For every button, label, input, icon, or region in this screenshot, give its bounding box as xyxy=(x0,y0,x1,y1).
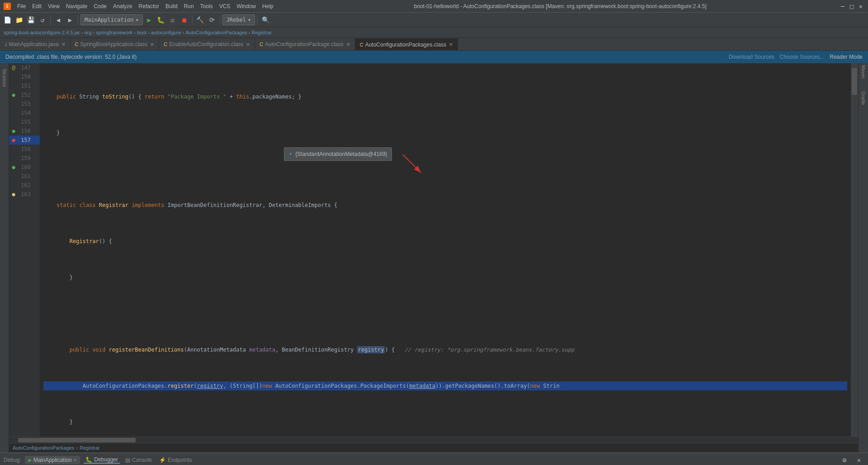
warning-icon-163: ● xyxy=(12,190,15,199)
code-line-153: Registrar() { xyxy=(43,237,847,246)
horiz-scroll-thumb[interactable] xyxy=(18,438,136,442)
gradle-tab[interactable]: Gradle xyxy=(861,91,866,105)
tab-close-icon[interactable]: ✕ xyxy=(449,42,453,47)
horizontal-scrollbar[interactable] xyxy=(9,437,858,442)
debug-tooltip[interactable]: {StandardAnnotationMetadata@4169} xyxy=(284,147,392,161)
minimize-button[interactable]: ─ xyxy=(839,3,846,10)
menu-code[interactable]: Code xyxy=(91,2,109,10)
tab-close-icon[interactable]: ✕ xyxy=(346,42,350,47)
search-everywhere-button[interactable]: 🔍 xyxy=(260,14,271,25)
code-line-147: public String toString() { return "Packa… xyxy=(43,92,847,101)
menu-bar: File Edit View Navigate Code Analyze Ref… xyxy=(14,2,276,10)
editor-breadcrumb: AutoConfigurationPackages › Registrar xyxy=(9,443,858,452)
lineno-151: 151 xyxy=(18,81,34,90)
run-button[interactable]: ▶ xyxy=(144,14,155,25)
editor-bc-1[interactable]: AutoConfigurationPackages xyxy=(13,445,74,451)
breadcrumb-part-1[interactable]: org xyxy=(84,30,91,35)
run-config-dropdown[interactable]: MainApplication ▾ xyxy=(80,14,143,25)
tab-enable-auto[interactable]: C EnableAutoConfiguration.class ✕ xyxy=(159,38,255,50)
code-line-152: static class Registrar implements Import… xyxy=(43,201,847,210)
menu-vcs[interactable]: VCS xyxy=(217,2,233,10)
menu-window[interactable]: Window xyxy=(234,2,259,10)
annotation-147: @ xyxy=(12,63,15,72)
tab-close-icon[interactable]: ✕ xyxy=(61,42,66,47)
choose-sources-link[interactable]: Choose Sources... xyxy=(780,54,825,60)
lineno-147: 147 xyxy=(18,63,34,72)
lineno-163: 163 xyxy=(18,190,34,199)
stop-button[interactable]: ■ xyxy=(179,14,190,25)
menu-tools[interactable]: Tools xyxy=(198,2,216,10)
lineno-152: 152 xyxy=(18,90,34,99)
debug-session-icon: ▶ xyxy=(28,457,32,463)
refresh-button[interactable]: ↺ xyxy=(37,14,48,25)
breadcrumb-part-0[interactable]: spring-boot-autoconfigure-2.4.5.jar xyxy=(4,30,80,35)
back-button[interactable]: ◀ xyxy=(53,14,64,25)
new-file-button[interactable]: 📄 xyxy=(2,14,13,25)
breadcrumb-part-3[interactable]: boot xyxy=(137,30,146,35)
download-sources-link[interactable]: Download Sources xyxy=(729,54,774,60)
settings-button[interactable]: ⚙ xyxy=(839,455,850,465)
editor-bc-2[interactable]: Registrar xyxy=(80,445,100,451)
maximize-button[interactable]: □ xyxy=(848,3,855,10)
menu-view[interactable]: View xyxy=(45,2,62,10)
menu-analyze[interactable]: Analyze xyxy=(110,2,135,10)
menu-navigate[interactable]: Navigate xyxy=(63,2,90,10)
window-controls: ─ □ ✕ xyxy=(839,3,864,10)
lineno-148: 150 xyxy=(18,72,34,81)
tab-close-icon[interactable]: ✕ xyxy=(246,42,250,47)
lineno-160: 160 xyxy=(18,163,34,172)
endpoints-tab[interactable]: ⚡ Endpoints xyxy=(157,457,193,463)
breadcrumb-part-6[interactable]: Registrar xyxy=(251,30,272,35)
build-button[interactable]: 🔨 xyxy=(195,14,206,25)
vertical-scrollbar[interactable] xyxy=(851,63,858,437)
menu-file[interactable]: File xyxy=(14,2,28,10)
menu-help[interactable]: Help xyxy=(259,2,276,10)
code-line-154: } xyxy=(43,273,847,282)
debug-session-close[interactable]: ✕ xyxy=(74,457,77,463)
endpoints-icon: ⚡ xyxy=(159,457,166,463)
code-editor[interactable]: public String toString() { return "Packa… xyxy=(40,63,851,437)
class-file-icon4: C xyxy=(360,42,363,47)
console-icon: ▤ xyxy=(125,457,130,463)
reader-mode-link[interactable]: Reader Mode xyxy=(830,54,863,60)
menu-refactor[interactable]: Refactor xyxy=(136,2,162,10)
menu-edit[interactable]: Edit xyxy=(29,2,44,10)
tab-spring-boot-app[interactable]: C SpringBootApplication.class ✕ xyxy=(71,38,160,50)
debug-session-item[interactable]: ▶ MainApplication ✕ xyxy=(25,456,80,464)
close-debug-button[interactable]: ✕ xyxy=(854,455,864,465)
menu-run[interactable]: Run xyxy=(181,2,197,10)
jrebel-dropdown[interactable]: JRebel ▾ xyxy=(222,14,255,25)
lineno-158: 158 xyxy=(18,145,34,154)
tab-close-icon[interactable]: ✕ xyxy=(150,42,154,47)
class-file-icon3: C xyxy=(259,42,263,47)
scrollbar-thumb[interactable] xyxy=(852,68,857,95)
debugger-tab[interactable]: 🐛 Debugger xyxy=(84,456,120,464)
debug-button[interactable]: 🐛 xyxy=(156,14,166,25)
breadcrumb-part-2[interactable]: springframework xyxy=(96,30,132,35)
tab-auto-config-package[interactable]: C AutoConfigurationPackage.class ✕ xyxy=(255,38,355,50)
maven-tab[interactable]: Maven xyxy=(861,65,866,79)
console-tab[interactable]: ▤ Console xyxy=(123,457,154,463)
menu-build[interactable]: Build xyxy=(163,2,180,10)
tab-main-application[interactable]: J MainApplication.java ✕ xyxy=(0,38,71,50)
breadcrumb-part-4[interactable]: autoconfigure xyxy=(151,30,181,35)
debug-session-tabs: Debug: ▶ MainApplication ✕ 🐛 Debugger ▤ … xyxy=(0,453,868,465)
app-icon: I xyxy=(4,3,11,10)
forward-button[interactable]: ▶ xyxy=(65,14,75,25)
jrebel-arrow-icon: ▾ xyxy=(248,17,251,23)
code-line-156: public void registerBeanDefinitions(Anno… xyxy=(43,345,847,354)
dropdown-arrow-icon: ▾ xyxy=(135,17,138,23)
bottom-panel: Debug: ▶ MainApplication ✕ 🐛 Debugger ▤ … xyxy=(0,452,868,465)
structure-tab[interactable]: Structure xyxy=(2,69,7,87)
tab-auto-config-packages[interactable]: C AutoConfigurationPackages.class ✕ xyxy=(355,38,458,50)
save-button[interactable]: 💾 xyxy=(25,14,36,25)
coverage-button[interactable]: ☑ xyxy=(167,14,178,25)
code-line-158: } xyxy=(43,418,847,427)
tab-label: AutoConfigurationPackages.class xyxy=(365,42,446,48)
open-button[interactable]: 📁 xyxy=(14,14,24,25)
close-button[interactable]: ✕ xyxy=(857,3,864,10)
code-line-155 xyxy=(43,309,847,318)
toolbar: 📄 📁 💾 ↺ ◀ ▶ MainApplication ▾ ▶ 🐛 ☑ ■ 🔨 … xyxy=(0,13,868,27)
breadcrumb-part-5[interactable]: AutoConfigurationPackages xyxy=(185,30,247,35)
sync-button[interactable]: ⟳ xyxy=(207,14,217,25)
